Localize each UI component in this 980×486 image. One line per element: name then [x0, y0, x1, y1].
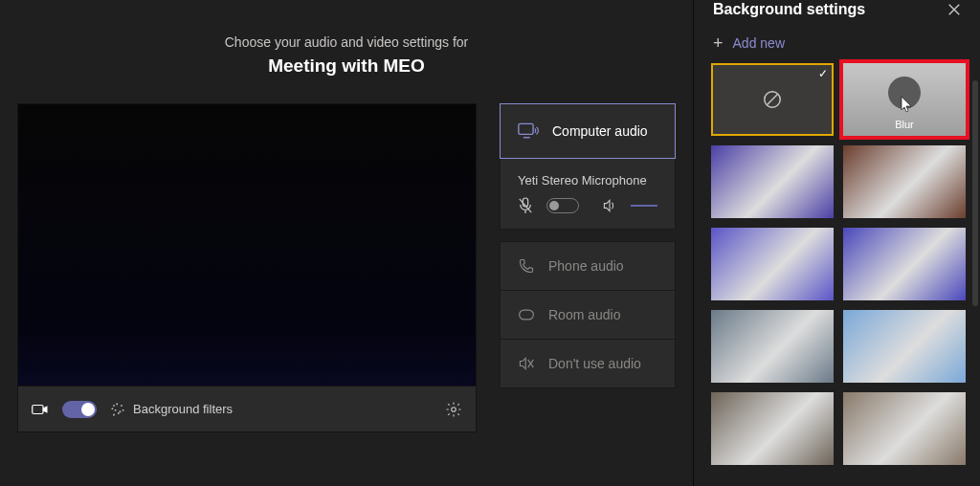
- blur-label: Blur: [895, 119, 914, 130]
- add-new-button[interactable]: + Add new: [694, 19, 980, 63]
- sparkle-icon: [110, 402, 125, 417]
- panel-header: Background settings: [694, 0, 980, 19]
- audio-option-computer[interactable]: Computer audio: [500, 103, 676, 159]
- video-toolbar: Background filters: [17, 387, 477, 432]
- meeting-title: Meeting with MEO: [0, 55, 693, 77]
- bg-tile-room-purple[interactable]: [711, 145, 834, 218]
- bg-tile-office-hall[interactable]: [711, 310, 834, 383]
- svg-line-11: [768, 95, 778, 105]
- video-preview: [17, 103, 477, 387]
- bg-tile-blur[interactable]: Blur: [843, 63, 966, 136]
- prejoin-area: Choose your audio and video settings for…: [0, 0, 693, 486]
- bg-image: [711, 228, 834, 300]
- speaker-icon[interactable]: [602, 198, 617, 213]
- room-audio-icon: [518, 307, 535, 322]
- avatar-icon: [888, 77, 921, 109]
- svg-point-1: [452, 407, 457, 411]
- check-icon: ✓: [818, 67, 828, 80]
- bg-image: [711, 145, 834, 218]
- plus-icon: +: [713, 34, 724, 52]
- mic-device-label: Yeti Stereo Microphone: [518, 173, 657, 188]
- bg-tile-none[interactable]: ✓: [711, 63, 834, 136]
- background-filters-button[interactable]: Background filters: [110, 402, 432, 417]
- mic-off-icon[interactable]: [518, 197, 533, 214]
- bg-tile-pier-beach[interactable]: [843, 310, 966, 383]
- computer-audio-icon: [518, 122, 539, 141]
- settings-prompt: Choose your audio and video settings for: [0, 34, 693, 50]
- scrollbar[interactable]: [972, 80, 978, 306]
- phone-icon: [518, 257, 535, 275]
- bg-image: [843, 228, 966, 300]
- background-grid: ✓Blur: [694, 63, 980, 475]
- bg-image: [711, 392, 834, 465]
- bg-image: [843, 310, 966, 383]
- audio-option-computer-label: Computer audio: [552, 123, 648, 139]
- close-icon[interactable]: [947, 3, 961, 16]
- svg-rect-2: [519, 123, 533, 134]
- bg-image: [843, 392, 966, 465]
- bg-tile-loft[interactable]: [711, 392, 834, 465]
- bg-tile-stickers-purple[interactable]: [843, 228, 966, 300]
- audio-option-none-label: Don't use audio: [548, 356, 641, 371]
- bg-tile-pantone-purple[interactable]: [711, 228, 834, 300]
- volume-slider[interactable]: [631, 205, 657, 207]
- video-column: Background filters: [17, 103, 477, 432]
- audio-option-room-label: Room audio: [548, 307, 621, 322]
- audio-option-room[interactable]: Room audio: [500, 290, 676, 340]
- background-filters-label: Background filters: [133, 402, 233, 416]
- svg-rect-5: [520, 310, 534, 320]
- panel-title: Background settings: [713, 1, 865, 18]
- svg-rect-0: [33, 405, 43, 413]
- audio-option-phone-label: Phone audio: [548, 258, 624, 274]
- bg-tile-bedroom[interactable]: [843, 392, 966, 465]
- gear-icon[interactable]: [445, 401, 462, 418]
- audio-option-none[interactable]: Don't use audio: [500, 339, 676, 388]
- audio-option-phone[interactable]: Phone audio: [500, 241, 676, 291]
- no-audio-icon: [518, 356, 535, 371]
- bg-image: [711, 310, 834, 383]
- bg-tile-wood-shop[interactable]: [843, 145, 966, 218]
- add-new-label: Add new: [733, 35, 785, 51]
- camera-toggle[interactable]: [62, 401, 97, 418]
- camera-icon: [32, 403, 49, 416]
- audio-options: Computer audio Yeti Stereo Microphone: [500, 103, 676, 432]
- mic-toggle[interactable]: [546, 198, 579, 213]
- background-settings-panel: Background settings + Add new ✓Blur: [693, 0, 980, 486]
- mic-settings: Yeti Stereo Microphone: [500, 159, 676, 230]
- bg-image: [843, 145, 966, 218]
